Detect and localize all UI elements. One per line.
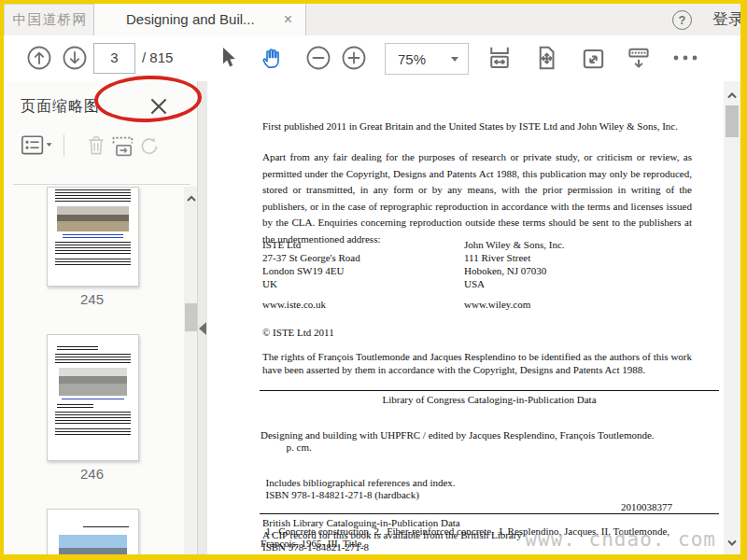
bridge-photo-color [59, 535, 127, 554]
publisher-url: www.iste.co.uk [262, 299, 326, 310]
toolbar-divider [63, 134, 64, 157]
pdf-reader-window: { "colors": { "frame_yellow": "#f2cf04",… [0, 0, 747, 560]
document-scrollbar-thumb[interactable] [726, 105, 739, 137]
publisher-url: www.wiley.com [464, 299, 530, 310]
loc-heading: Library of Congress Cataloging-in-Public… [260, 394, 719, 405]
delete-page-button[interactable] [84, 133, 108, 159]
login-link[interactable]: 登录 [712, 8, 744, 30]
bridge-photo [59, 368, 127, 396]
document-tab[interactable]: Designing and Buil... × [93, 4, 306, 35]
loc-number: 2010038377 [260, 501, 672, 512]
frame-border [0, 0, 4, 560]
page-thumbnail-partial[interactable] [47, 509, 139, 554]
tab-close-icon[interactable]: × [284, 4, 292, 35]
site-logo[interactable]: 中国道桥网 [4, 4, 96, 36]
main-toolbar: 3 / 815 75% [4, 35, 740, 82]
rule [260, 513, 719, 514]
zoom-in-button[interactable] [341, 45, 367, 71]
rule [260, 390, 719, 391]
frame-border [0, 554, 747, 560]
page-thumbnail-245[interactable] [47, 187, 139, 287]
site-watermark: www. cndao. com [525, 528, 716, 551]
page-thumbnail-246[interactable] [47, 334, 139, 461]
collapse-sidebar-handle[interactable] [199, 322, 206, 335]
next-page-button[interactable] [62, 45, 88, 71]
sidebar-scrollbar-thumb[interactable] [185, 303, 198, 331]
page-count-label: / 815 [142, 43, 173, 72]
document-scrollbar[interactable] [724, 81, 740, 554]
panel-title: 页面缩略图 [21, 97, 100, 117]
select-tool-button[interactable] [218, 46, 238, 70]
thumbnail-page-number: 245 [47, 291, 137, 307]
fit-width-button[interactable] [486, 44, 514, 72]
doc-paragraph: Apart from any fair dealing for the purp… [262, 149, 692, 247]
bl-block: British Library Cataloguing-in-Publicati… [262, 517, 522, 553]
thumbnails-panel: 页面缩略图 245 [4, 81, 198, 554]
rotate-page-button[interactable] [136, 133, 161, 160]
hand-tool-button[interactable] [260, 45, 285, 70]
close-panel-button[interactable] [148, 96, 169, 117]
publisher-address-iste: ISTE Ltd27-37 St George's Road London SW… [262, 238, 360, 290]
tab-title: Designing and Buil... [126, 4, 255, 35]
help-icon[interactable]: ? [672, 10, 692, 30]
more-tools-button[interactable] [670, 50, 700, 65]
doc-paragraph: First published 2011 in Great Britain an… [262, 120, 701, 132]
fullscreen-button[interactable] [580, 45, 607, 72]
frame-border [740, 0, 747, 560]
zoom-out-button[interactable] [305, 45, 331, 71]
crop-page-button[interactable] [110, 133, 136, 160]
chevron-down-icon [451, 57, 458, 62]
previous-page-button[interactable] [26, 45, 52, 71]
page-number-input[interactable]: 3 [93, 43, 135, 74]
tab-bar: 中国道桥网 Designing and Buil... × ? 登录 [4, 4, 740, 36]
sidebar-scrollbar[interactable] [184, 187, 198, 554]
publisher-address-wiley: John Wiley & Sons, Inc.111 River Street … [464, 238, 565, 290]
dock-toolbar-button[interactable] [625, 45, 653, 72]
thumbnail-options-button[interactable] [20, 133, 55, 159]
document-page: First published 2011 in Great Britain an… [207, 81, 724, 554]
rights-paragraph: The rights of François Toutlemonde and J… [262, 351, 692, 376]
zoom-level-value: 75% [386, 51, 451, 67]
copyright-line: © ISTE Ltd 2011 [262, 327, 334, 338]
bridge-photo [57, 206, 129, 231]
panel-separator [13, 184, 190, 185]
zoom-level-select[interactable]: 75% [385, 43, 469, 75]
fit-page-button[interactable] [532, 44, 560, 72]
thumbnail-page-number: 246 [47, 466, 137, 482]
frame-border [0, 0, 747, 4]
